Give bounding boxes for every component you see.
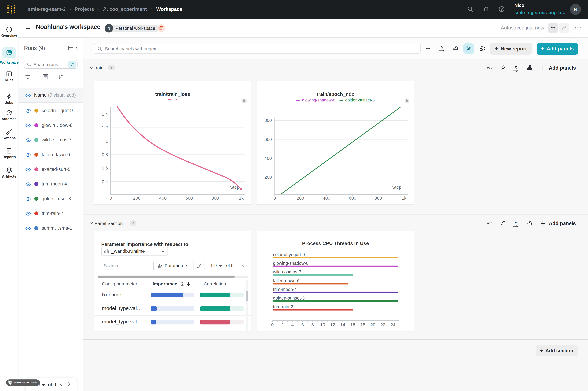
svg-text:22: 22 xyxy=(380,322,385,327)
svg-text:600: 600 xyxy=(264,137,272,142)
svg-text:1.2: 1.2 xyxy=(102,125,108,130)
svg-text:8: 8 xyxy=(311,322,314,327)
svg-text:200: 200 xyxy=(264,175,272,180)
svg-text:24: 24 xyxy=(390,322,395,327)
svg-text:wild-cosmos-7: wild-cosmos-7 xyxy=(273,270,301,274)
svg-text:0.4: 0.4 xyxy=(102,179,108,184)
svg-text:0: 0 xyxy=(273,196,276,200)
svg-text:800: 800 xyxy=(374,196,382,200)
svg-text:16: 16 xyxy=(350,322,355,327)
svg-text:trim-moon-4: trim-moon-4 xyxy=(273,287,297,292)
svg-text:400: 400 xyxy=(159,196,167,200)
svg-text:18: 18 xyxy=(360,322,365,327)
svg-text:10: 10 xyxy=(320,322,325,327)
svg-text:0: 0 xyxy=(110,196,112,200)
svg-text:0: 0 xyxy=(271,322,274,327)
svg-text:6: 6 xyxy=(301,322,304,327)
svg-text:1k: 1k xyxy=(402,196,406,200)
svg-text:4: 4 xyxy=(291,322,294,327)
svg-text:200: 200 xyxy=(297,196,304,200)
svg-text:1k: 1k xyxy=(239,196,244,200)
svg-text:1.4: 1.4 xyxy=(102,112,108,117)
svg-text:0.6: 0.6 xyxy=(102,166,108,170)
svg-text:400: 400 xyxy=(323,196,330,200)
svg-text:600: 600 xyxy=(349,196,356,200)
svg-text:colorful-yogurt-9: colorful-yogurt-9 xyxy=(273,252,305,257)
svg-text:trim-rain-2: trim-rain-2 xyxy=(273,304,293,309)
svg-text:800: 800 xyxy=(264,118,272,123)
svg-text:14: 14 xyxy=(340,322,345,327)
svg-text:600: 600 xyxy=(185,196,193,200)
svg-text:400: 400 xyxy=(264,156,272,161)
svg-text:Step: Step xyxy=(392,185,401,190)
svg-text:2: 2 xyxy=(281,322,284,327)
svg-text:glowing-shadow-8: glowing-shadow-8 xyxy=(273,261,309,266)
svg-text:800: 800 xyxy=(212,196,219,200)
svg-text:fallen-dawn-6: fallen-dawn-6 xyxy=(273,278,299,283)
svg-text:20: 20 xyxy=(370,322,375,327)
svg-text:golden-sunset-3: golden-sunset-3 xyxy=(273,295,305,300)
svg-text:200: 200 xyxy=(133,196,140,200)
svg-text:0.8: 0.8 xyxy=(102,152,108,157)
svg-text:1: 1 xyxy=(106,139,108,144)
svg-text:12: 12 xyxy=(330,322,335,327)
